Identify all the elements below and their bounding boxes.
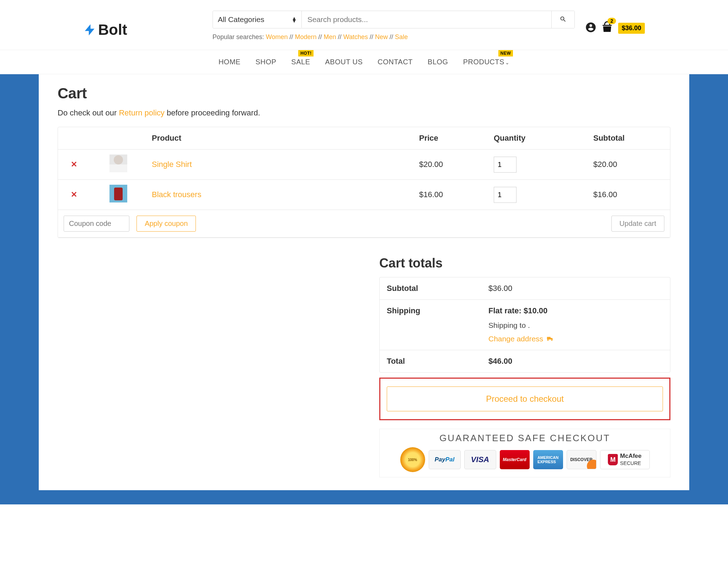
nav-sale[interactable]: SALE HOT! — [291, 58, 310, 66]
mcafee-badge: M McAfeeSECURE — [600, 450, 650, 469]
item-price: $20.00 — [414, 150, 489, 180]
popular-link[interactable]: New — [375, 33, 388, 40]
quantity-input[interactable] — [494, 157, 516, 173]
category-select[interactable]: All Categories — [213, 11, 302, 28]
quantity-input[interactable] — [494, 187, 516, 203]
item-subtotal: $20.00 — [588, 150, 670, 180]
subtotal-label: Subtotal — [380, 277, 481, 300]
popular-link[interactable]: Watches — [343, 33, 368, 40]
nav-about[interactable]: ABOUT US — [325, 58, 363, 66]
cart-totals-title: Cart totals — [379, 256, 670, 271]
visa-badge: VISA — [464, 450, 496, 469]
product-link[interactable]: Single Shirt — [152, 160, 192, 169]
shipping-to-text: Shipping to . — [488, 321, 663, 330]
product-thumbnail[interactable] — [109, 155, 127, 172]
truck-icon — [546, 335, 554, 343]
flat-rate-text: Flat rate: $10.00 — [488, 306, 663, 315]
total-value: $46.00 — [481, 350, 670, 372]
proceed-to-checkout-button[interactable]: Proceed to checkout — [387, 386, 663, 411]
bolt-icon — [83, 23, 97, 37]
col-product: Product — [147, 127, 414, 150]
shipping-label: Shipping — [380, 300, 481, 350]
change-address-link[interactable]: Change address — [488, 335, 554, 343]
product-link[interactable]: Black trousers — [152, 190, 201, 199]
discover-badge: DISCOVER — [567, 450, 596, 469]
cart-button[interactable]: 2 — [601, 21, 613, 35]
hot-tag: HOT! — [298, 50, 314, 56]
mcafee-shield-icon: M — [608, 454, 618, 465]
logo-text: Bolt — [98, 21, 127, 38]
col-subtotal: Subtotal — [588, 127, 670, 150]
satisfaction-seal-icon: 100% — [400, 447, 425, 472]
update-cart-button[interactable]: Update cart — [611, 216, 664, 232]
search-input[interactable] — [302, 11, 551, 28]
user-circle-icon — [585, 22, 596, 33]
mastercard-badge: MasterCard — [500, 450, 530, 469]
cart-row: ✕ Black trousers $16.00 $16.00 — [58, 180, 670, 210]
chevron-down-icon: ⌄ — [505, 60, 510, 65]
coupon-input[interactable] — [64, 216, 129, 232]
popular-link[interactable]: Modern — [295, 33, 317, 40]
remove-item-button[interactable]: ✕ — [71, 190, 77, 199]
page-title: Cart — [58, 85, 670, 102]
return-policy-link[interactable]: Return policy — [119, 108, 164, 117]
popular-searches: Popular searches: Women // Modern // Men… — [213, 33, 575, 41]
checkout-highlight-box: Proceed to checkout — [379, 378, 670, 420]
account-button[interactable] — [585, 22, 596, 34]
safe-checkout-panel: GUARANTEED SAFE CHECKOUT 100% PayPal VIS… — [379, 429, 670, 477]
site-logo[interactable]: Bolt — [83, 11, 127, 38]
col-qty: Quantity — [489, 127, 588, 150]
amex-badge: AMERICANEXPRESS — [533, 450, 563, 469]
search-button[interactable] — [551, 11, 574, 28]
main-nav: HOME SHOP SALE HOT! ABOUT US CONTACT BLO… — [0, 50, 728, 74]
nav-contact[interactable]: CONTACT — [378, 58, 413, 66]
search-icon — [560, 16, 567, 23]
item-subtotal: $16.00 — [588, 180, 670, 210]
nav-home[interactable]: HOME — [219, 58, 241, 66]
cart-row: ✕ Single Shirt $20.00 $20.00 — [58, 150, 670, 180]
nav-products[interactable]: PRODUCTS⌄ NEW — [463, 58, 510, 66]
cart-total-badge[interactable]: $36.00 — [618, 23, 645, 34]
popular-link[interactable]: Sale — [395, 33, 408, 40]
nav-blog[interactable]: BLOG — [428, 58, 448, 66]
cart-count-badge: 2 — [607, 18, 616, 24]
product-thumbnail[interactable] — [109, 185, 127, 202]
return-note: Do check out our Return policy before pr… — [58, 108, 670, 118]
safe-checkout-title: GUARANTEED SAFE CHECKOUT — [384, 433, 666, 444]
search-bar: All Categories ▲▼ — [213, 11, 575, 28]
remove-item-button[interactable]: ✕ — [71, 160, 77, 169]
cart-table: Product Price Quantity Subtotal ✕ Single… — [58, 127, 670, 238]
totals-table: Subtotal $36.00 Shipping Flat rate: $10.… — [379, 277, 670, 373]
subtotal-value: $36.00 — [481, 277, 670, 300]
item-price: $16.00 — [414, 180, 489, 210]
nav-shop[interactable]: SHOP — [256, 58, 277, 66]
new-tag: NEW — [498, 50, 513, 56]
paypal-badge: PayPal — [429, 450, 461, 469]
apply-coupon-button[interactable]: Apply coupon — [136, 216, 196, 232]
total-label: Total — [380, 350, 481, 372]
col-price: Price — [414, 127, 489, 150]
popular-link[interactable]: Women — [266, 33, 288, 40]
popular-link[interactable]: Men — [324, 33, 336, 40]
